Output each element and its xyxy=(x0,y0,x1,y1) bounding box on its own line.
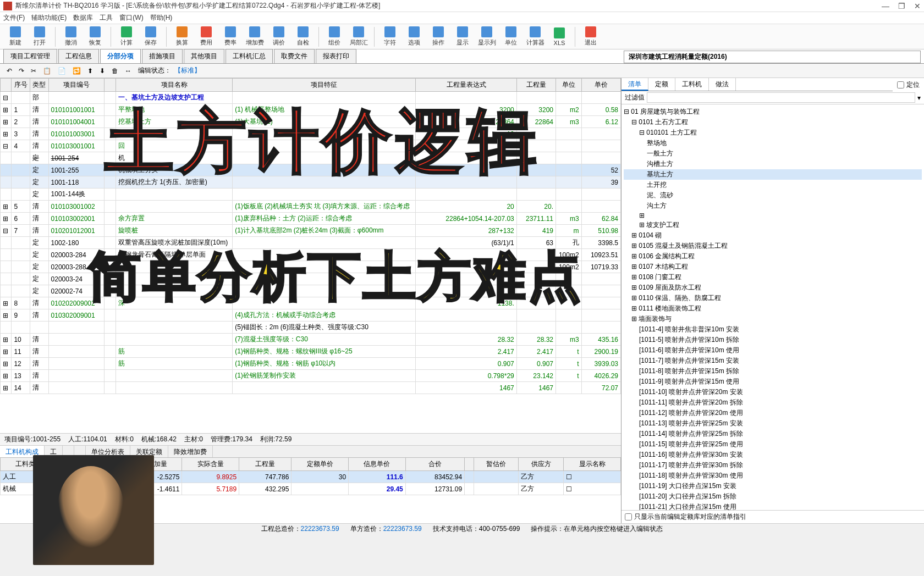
tree-item[interactable]: [1011-7] 喷射井点井管深15m 安装 xyxy=(624,356,922,366)
table-row[interactable]: ⊞10清(7)混凝土强度等级：C3028.3228.32m3435.16 xyxy=(1,334,621,346)
toolbar-计算[interactable]: 计算 xyxy=(116,25,138,48)
tree-item[interactable]: ⊞ 0106 金属结构工程 xyxy=(624,251,922,262)
menu-item[interactable]: 文件(F) xyxy=(3,13,25,23)
tree-item[interactable]: ⊞ 0108 门窗工程 xyxy=(624,272,922,283)
filter-input[interactable] xyxy=(647,92,915,103)
tab-3[interactable]: 措施项目 xyxy=(142,49,183,63)
edit-btn[interactable]: ↷ xyxy=(15,66,28,76)
toolbar-自检[interactable]: 自检 xyxy=(292,25,314,48)
table-row[interactable]: 定1001-118挖掘机挖土方 1(夯压、加密量)39 xyxy=(1,176,621,189)
tree-item[interactable]: ⊞ 0105 混凝土及钢筋混凝土工程 xyxy=(624,241,922,251)
tree-item[interactable]: 沟土方 xyxy=(624,201,922,211)
table-row[interactable]: ⊟部一、基坑土方及边坡支护工程 xyxy=(1,92,621,104)
toolbar-单位[interactable]: 单位 xyxy=(500,25,522,48)
table-row[interactable]: 定1001-254机 xyxy=(1,152,621,164)
table-row[interactable]: ⊞3清010101003001挖沟槽土方10 xyxy=(1,128,621,140)
toolbar-XLS[interactable]: XLS xyxy=(548,25,570,48)
tab-4[interactable]: 其他项目 xyxy=(184,49,224,63)
toolbar-换算[interactable]: 换算 xyxy=(171,25,193,48)
toolbar-新建[interactable]: 新建 xyxy=(4,25,26,48)
main-grid[interactable]: 序号类型项目编号项目名称项目特征工程量表达式工程量单位单价⊟部一、基坑土方及边坡… xyxy=(0,78,621,394)
toolbar-操作[interactable]: 操作 xyxy=(427,25,449,48)
table-row[interactable]: 定1001-144换 xyxy=(1,189,621,201)
tree-item[interactable]: ⊞ 0110 保温、隔热、防腐工程 xyxy=(624,293,922,303)
tree-item[interactable]: ⊞ 0104 砌 xyxy=(624,230,922,241)
toolbar-撤消[interactable]: 撤消 xyxy=(60,25,82,48)
tree-item[interactable]: [1011-19] 大口径井点深15m 安装 xyxy=(624,481,922,491)
edit-btn[interactable]: ⬆ xyxy=(84,66,96,76)
tree-item[interactable]: [1011-10] 喷射井点井管深20m 安装 xyxy=(624,387,922,397)
tree-item[interactable]: ⊞ 0111 楼地面装饰工程 xyxy=(624,303,922,314)
tab-5[interactable]: 工料机汇总 xyxy=(226,49,273,63)
tree-item[interactable]: ⊟ 010101 土方工程 xyxy=(624,128,922,138)
main-grid-wrap[interactable]: 序号类型项目编号项目名称项目特征工程量表达式工程量单位单价⊟部一、基坑土方及边坡… xyxy=(0,78,621,433)
edit-btn[interactable]: ↶ xyxy=(3,66,15,76)
tree-item[interactable]: 泥、流砂 xyxy=(624,190,922,201)
toolbar-保存[interactable]: 保存 xyxy=(140,25,162,48)
tree-item[interactable]: 整场地 xyxy=(624,138,922,148)
side-tab[interactable]: 清单 xyxy=(622,78,648,91)
tree-item[interactable]: ⊞ 墙面装饰与 xyxy=(624,314,922,324)
table-row[interactable]: ⊞11清筋(1)钢筋种类、规格：螺纹钢III级 φ16~252.4172.417… xyxy=(1,346,621,358)
tree-item[interactable]: 土开挖 xyxy=(624,180,922,190)
tab-2[interactable]: 分部分项 xyxy=(100,49,141,63)
tab-6[interactable]: 取费文件 xyxy=(274,49,315,63)
filter-dropdown-icon[interactable]: ▾ xyxy=(917,94,921,102)
toolbar-增加费[interactable]: 增加费 xyxy=(244,25,266,48)
maximize-button[interactable]: ❐ xyxy=(898,2,905,10)
tab-7[interactable]: 报表打印 xyxy=(316,49,356,63)
table-row[interactable]: ⊞9清010302009001(4)成孔方法：机械或手动综合考虑 xyxy=(1,309,621,322)
tree-item[interactable]: [1011-5] 喷射井点井管深10m 拆除 xyxy=(624,335,922,345)
tree-item[interactable]: [1011-20] 大口径井点深15m 拆除 xyxy=(624,491,922,502)
tree-item[interactable]: ⊟ 0101 土石方工程 xyxy=(624,117,922,128)
tab-0[interactable]: 项目工程管理 xyxy=(3,49,57,63)
tree-item[interactable]: [1011-4] 喷射井焦非普深10m 安装 xyxy=(624,324,922,335)
table-row[interactable]: 定020003-284轻钢龙骨石膏板隔墙 单层单面0100m210923.51 xyxy=(1,249,621,261)
table-row[interactable]: 定020003-24 xyxy=(1,273,621,285)
menu-item[interactable]: 数据库 xyxy=(73,13,93,23)
edit-btn[interactable]: ↔ xyxy=(122,66,135,76)
edit-btn[interactable]: ✂ xyxy=(28,66,40,76)
table-row[interactable]: ⊞13清(1)砼钢筋笼制作安装0.798*2923.142t4026.29 xyxy=(1,370,621,382)
table-row[interactable]: ⊟4清010103001001回 xyxy=(1,140,621,152)
tab-1[interactable]: 工程信息 xyxy=(58,49,99,63)
table-row[interactable]: 定1002-180双重管高压旋喷水泥桩加固深度(10m)(63/1)/163孔3… xyxy=(1,237,621,249)
minimize-button[interactable]: — xyxy=(882,2,889,10)
detail-tab[interactable]: 降效增加费 xyxy=(168,446,213,457)
tree-item[interactable]: [1011-16] 喷射井点井管深30m 安装 xyxy=(624,450,922,460)
toolbar-组价[interactable]: 组价 xyxy=(323,25,345,48)
table-row[interactable]: ⊟7清010201012001旋喷桩(1)计入基坑底部2m (2)桩长24m (… xyxy=(1,225,621,237)
tree-item[interactable]: [1011-18] 喷射井点井管深30m 使用 xyxy=(624,470,922,481)
locate-checkbox[interactable]: 定位 xyxy=(893,80,924,90)
tree-item[interactable]: [1011-15] 喷射井点井管深25m 使用 xyxy=(624,439,922,450)
tree-item[interactable]: [1011-11] 喷射井点井管深20m 拆除 xyxy=(624,397,922,408)
table-row[interactable]: ⊞8清010202009002深1138. xyxy=(1,297,621,309)
toolbar-局部汇[interactable]: 局部汇 xyxy=(348,25,370,48)
side-tab[interactable]: 定额 xyxy=(648,78,675,91)
side-tab[interactable]: 做法 xyxy=(709,78,736,91)
tree-item[interactable]: 一般土方 xyxy=(624,148,922,159)
toolbar-字符[interactable]: 字符 xyxy=(379,25,401,48)
tree-item[interactable]: [1011-9] 喷射井点井管深15m 使用 xyxy=(624,376,922,387)
menu-item[interactable]: 窗口(W) xyxy=(119,13,143,23)
tree-item[interactable]: [1011-12] 喷射井点井管深20m 使用 xyxy=(624,408,922,418)
edit-btn[interactable]: 🗑 xyxy=(108,66,122,76)
toolbar-显示列[interactable]: 显示列 xyxy=(476,25,498,48)
tree-item[interactable]: ⊟ 01 房屋建筑与装饰工程 xyxy=(624,107,922,117)
toolbar-调价[interactable]: 调价 xyxy=(268,25,290,48)
toolbar-恢复[interactable]: 恢复 xyxy=(84,25,106,48)
table-row[interactable]: ⊞6清010103002001余方弃置(1)废弃料品种：土方 (2)运距：综合考… xyxy=(1,213,621,225)
menu-item[interactable]: 工具 xyxy=(100,13,113,23)
tree-item[interactable]: ⊞ 0109 屋面及防水工程 xyxy=(624,283,922,293)
toolbar-退出[interactable]: 退出 xyxy=(580,25,602,48)
tree-item[interactable]: 沟槽土方 xyxy=(624,159,922,169)
toolbar-费用[interactable]: 费用 xyxy=(195,25,217,48)
tree-item[interactable]: ⊞ xyxy=(624,211,922,220)
toolbar-计算器[interactable]: 计算器 xyxy=(524,25,546,48)
table-row[interactable]: 定020002-74 xyxy=(1,285,621,297)
edit-btn[interactable]: 📋 xyxy=(40,66,54,76)
tree-item[interactable]: [1011-13] 喷射井点井管深25m 安装 xyxy=(624,418,922,429)
side-tab[interactable]: 工料机 xyxy=(675,78,709,91)
table-row[interactable]: ⊞5清010103001002(1)饭板底 (2)机械填土夯实 坑 (3)填方来… xyxy=(1,201,621,213)
toolbar-费率[interactable]: 费率 xyxy=(219,25,241,48)
